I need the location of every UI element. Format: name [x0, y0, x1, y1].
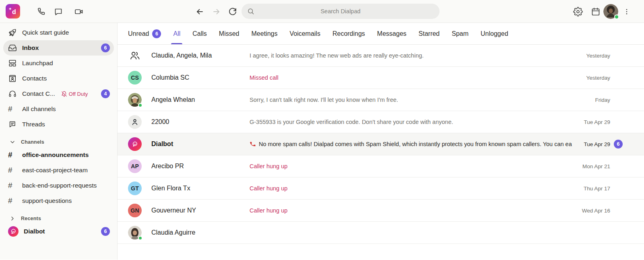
- sidebar-channel-back-end-support-requests[interactable]: #back-end-support-requests: [3, 178, 114, 193]
- conversation-avatar: [128, 137, 142, 151]
- conversation-snippet: No more spam calls! Dialpad comes with S…: [250, 141, 577, 147]
- sidebar-item-quick-start-guide[interactable]: Quick start guide: [3, 25, 114, 40]
- conversation-date: Friday: [595, 97, 610, 103]
- initials-avatar: CS: [128, 71, 142, 85]
- tab-voicemails[interactable]: Voicemails: [289, 23, 320, 44]
- conversation-date: Tue Apr 29: [584, 119, 610, 125]
- headset-icon: [8, 89, 17, 98]
- conversation-snippet: Caller hung up: [250, 207, 576, 214]
- chevron-right-icon: [9, 215, 16, 222]
- conversation-avatar: GN: [128, 204, 142, 217]
- unread-count-badge: 4: [101, 89, 110, 98]
- person-icon: [128, 115, 142, 129]
- conversation-avatar: [128, 93, 142, 107]
- search-input[interactable]: [258, 8, 434, 15]
- sidebar-channel-east-coast-project-team[interactable]: #east-coast-project-team: [3, 163, 114, 178]
- conversation-row[interactable]: DialbotNo more spam calls! Dialpad comes…: [118, 133, 644, 155]
- conversation-date: Yesterday: [586, 75, 610, 81]
- calendar-icon[interactable]: [591, 7, 601, 17]
- sidebar-item-inbox[interactable]: Inbox6: [3, 40, 114, 56]
- dialpad-logo-icon[interactable]: d: [6, 4, 20, 19]
- chat-icon[interactable]: [54, 7, 63, 17]
- video-icon[interactable]: [74, 7, 84, 17]
- tab-label: Missed: [219, 30, 239, 37]
- sidebar-recent-dialbot[interactable]: Dialbot6: [3, 224, 114, 239]
- chevron-down-icon: [9, 139, 16, 145]
- sidebar-item-threads[interactable]: Threads: [3, 117, 114, 132]
- initials-avatar: AP: [128, 159, 142, 173]
- phone-icon[interactable]: [36, 7, 46, 17]
- conversation-name: Arecibo PR: [151, 163, 250, 170]
- conversation-row[interactable]: Claudia Aguirre: [118, 222, 644, 244]
- sidebar-item-label: Contacts: [22, 75, 47, 82]
- tab-spam[interactable]: Spam: [452, 23, 469, 44]
- section-header-channels[interactable]: Channels: [3, 137, 114, 147]
- conversation-row[interactable]: APArecibo PRCaller hung upMon Apr 21: [118, 155, 644, 177]
- sidebar-channel-support-questions[interactable]: #support-questions: [3, 193, 114, 208]
- sidebar-item-all-channels[interactable]: #All channels: [3, 101, 114, 117]
- hash-icon: #: [8, 166, 17, 175]
- tab-label: Meetings: [252, 30, 278, 37]
- search-bar[interactable]: [242, 4, 440, 19]
- tab-missed[interactable]: Missed: [219, 23, 239, 44]
- tab-all[interactable]: All: [173, 23, 180, 44]
- conversation-avatar: CS: [128, 71, 142, 85]
- initials-avatar: GN: [128, 204, 142, 217]
- sidebar-item-contacts[interactable]: Contacts: [3, 71, 114, 86]
- conversation-row[interactable]: 22000G-355933 is your Google verificatio…: [118, 111, 644, 133]
- initials-avatar: GT: [128, 182, 142, 195]
- recent-label: Dialbot: [24, 228, 45, 235]
- snippet-text: Caller hung up: [250, 185, 287, 192]
- forward-icon[interactable]: [212, 7, 221, 17]
- tab-label: Unread: [128, 30, 149, 37]
- tab-label: Messages: [377, 30, 407, 37]
- refresh-icon[interactable]: [228, 7, 237, 17]
- conversation-row[interactable]: Angela WhelanSorry, I can't talk right n…: [118, 89, 644, 111]
- conversation-row[interactable]: GNGouverneur NYCaller hung upWed Apr 16: [118, 200, 644, 222]
- section-gap: [0, 132, 117, 137]
- main-panel: Unread6AllCallsMissedMeetingsVoicemailsR…: [118, 23, 644, 260]
- settings-gear-icon[interactable]: [573, 7, 583, 17]
- kebab-menu-icon[interactable]: [623, 7, 630, 17]
- unread-count-badge: 6: [152, 29, 161, 38]
- channel-label: office-announcements: [22, 151, 89, 159]
- tab-recordings[interactable]: Recordings: [332, 23, 365, 44]
- sidebar-channel-office-announcements[interactable]: #office-announcements: [3, 147, 114, 163]
- inbox-icon: [8, 43, 17, 52]
- tab-label: Unlogged: [481, 30, 508, 37]
- sidebar-item-label: Launchpad: [22, 60, 53, 67]
- conversation-name: Gouverneur NY: [151, 207, 250, 214]
- snippet-text: Caller hung up: [250, 163, 287, 169]
- back-icon[interactable]: [195, 7, 204, 17]
- conversation-date: Thu Apr 17: [584, 186, 610, 192]
- tab-label: All: [173, 30, 180, 37]
- section-header-recents[interactable]: Recents: [3, 213, 114, 224]
- user-avatar[interactable]: [603, 4, 618, 19]
- tab-starred[interactable]: Starred: [419, 23, 440, 44]
- snippet-text: Sorry, I can't talk right now. I'll let …: [250, 97, 398, 103]
- conversation-snippet: Caller hung up: [250, 163, 576, 169]
- tab-unlogged[interactable]: Unlogged: [481, 23, 508, 44]
- search-icon: [247, 8, 254, 15]
- conversation-name: Dialbot: [151, 140, 250, 148]
- tab-meetings[interactable]: Meetings: [252, 23, 278, 44]
- conversation-row[interactable]: CSColumbia SCMissed callYesterday: [118, 67, 644, 89]
- tab-label: Recordings: [332, 30, 365, 37]
- launchpad-icon: [8, 59, 17, 68]
- conversation-date: Yesterday: [586, 53, 610, 59]
- tab-calls[interactable]: Calls: [192, 23, 207, 44]
- contacts-icon: [8, 74, 17, 83]
- unread-count-badge: 6: [101, 227, 110, 236]
- conversation-row[interactable]: Claudia, Angela, MilaI agree, it looks a…: [118, 45, 644, 67]
- tab-unread[interactable]: Unread6: [128, 23, 161, 44]
- snippet-text: G-355933 is your Google verification cod…: [250, 119, 453, 125]
- tab-messages[interactable]: Messages: [377, 23, 407, 44]
- sidebar-item-launchpad[interactable]: Launchpad: [3, 56, 114, 71]
- conversation-date: Mon Apr 21: [582, 163, 610, 169]
- conversation-row[interactable]: GTGlen Flora TxCaller hung upThu Apr 17: [118, 177, 644, 200]
- hash-icon: #: [8, 151, 17, 159]
- sidebar-item-label: Contact C...: [22, 90, 55, 97]
- sidebar-item-contact-center[interactable]: Contact C...Off Duty4: [3, 86, 114, 101]
- threads-icon: [8, 120, 17, 129]
- tab-label: Voicemails: [289, 30, 320, 37]
